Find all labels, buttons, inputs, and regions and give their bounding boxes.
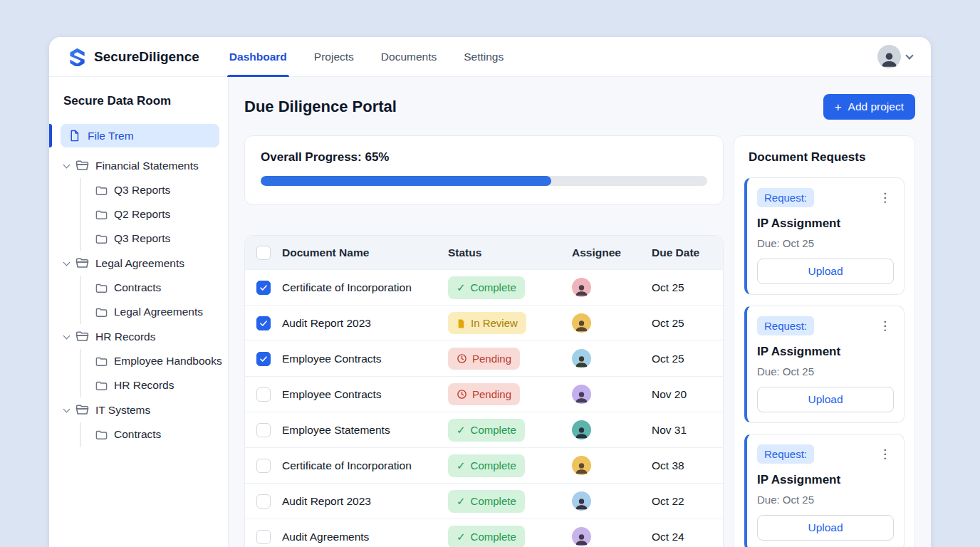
- due-date: Oct 25: [652, 353, 711, 365]
- col-header-assignee: Assignee: [572, 246, 640, 259]
- folder-icon: [95, 380, 108, 392]
- due-date: Oct 22: [652, 495, 711, 508]
- row-checkbox[interactable]: [256, 459, 271, 473]
- progress-fill: [261, 176, 551, 186]
- tree-item[interactable]: Contracts: [81, 422, 228, 447]
- check-icon: [259, 355, 268, 363]
- kebab-menu-icon[interactable]: ⋮: [876, 318, 894, 333]
- check-icon: ✓: [457, 459, 466, 472]
- tree-folder-legal-agreements[interactable]: Legal Agreements: [49, 251, 228, 276]
- folder-icon: [95, 306, 108, 318]
- nav-dashboard[interactable]: Dashboard: [229, 37, 287, 77]
- nav-settings[interactable]: Settings: [464, 37, 504, 77]
- col-header-due-date: Due Date: [652, 246, 711, 259]
- assignee-avatar: [572, 278, 591, 297]
- request-title: IP Assignment: [757, 217, 894, 231]
- request-title: IP Assignment: [757, 345, 894, 359]
- check-icon: ✓: [457, 495, 466, 508]
- table-row: Certificate of Incorporation ✓Complete O…: [245, 447, 723, 483]
- user-menu[interactable]: [877, 45, 912, 68]
- brand: SecureDiligence: [68, 47, 199, 66]
- due-date: Oct 25: [652, 317, 711, 330]
- row-checkbox[interactable]: [256, 281, 271, 295]
- request-card: Request: ⋮ IP Assignment Due: Oct 25 Upl…: [744, 434, 905, 547]
- tree-folder-label: HR Records: [95, 330, 155, 343]
- tree-children: Contracts Legal Agreements: [80, 276, 228, 324]
- check-icon: ✓: [457, 531, 466, 543]
- tree-item[interactable]: Q2 Reports: [81, 202, 228, 226]
- select-all-checkbox[interactable]: [256, 246, 271, 260]
- upload-button[interactable]: Upload: [757, 515, 894, 541]
- tree-folder-it-systems[interactable]: IT Systems: [49, 397, 228, 422]
- request-badge: Request:: [757, 316, 814, 335]
- chevron-down-icon: [63, 405, 71, 412]
- document-name: Certificate of Incorporation: [282, 281, 437, 294]
- page-title: Due Diligence Portal: [244, 98, 397, 116]
- status-badge: ✓Complete: [448, 490, 525, 513]
- document-name: Certificate of Incorporation: [282, 459, 437, 472]
- assignee-avatar: [572, 349, 591, 368]
- clock-icon: [457, 353, 467, 364]
- assignee-avatar: [572, 456, 591, 475]
- request-card: Request: ⋮ IP Assignment Due: Oct 25 Upl…: [744, 177, 905, 295]
- tree-item[interactable]: Q3 Reports: [81, 226, 228, 251]
- check-icon: [259, 319, 268, 328]
- file-tree: Financial Statements Q3 Reports Q2 Repor…: [49, 153, 228, 447]
- table-header-row: Document Name Status Assignee Due Date: [245, 236, 723, 269]
- tree-item[interactable]: HR Records: [81, 373, 228, 397]
- chevron-down-icon: [905, 51, 913, 59]
- document-requests-panel: Document Requests Request: ⋮ IP Assignme…: [734, 135, 915, 547]
- user-avatar[interactable]: [877, 45, 901, 68]
- due-date: Oct 24: [652, 531, 711, 543]
- file-icon: [457, 318, 466, 328]
- row-checkbox[interactable]: [256, 387, 271, 402]
- tree-children: Contracts: [80, 422, 228, 447]
- nav-projects[interactable]: Projects: [314, 37, 354, 77]
- tree-item[interactable]: Legal Agreements: [81, 300, 228, 324]
- document-icon: [68, 130, 80, 142]
- table-row: Employee Contracts Pending Nov 20: [245, 376, 723, 412]
- documents-table: Document Name Status Assignee Due Date C…: [244, 235, 724, 547]
- main-nav: Dashboard Projects Documents Settings: [229, 37, 504, 77]
- tree-item[interactable]: Q3 Reports: [81, 178, 228, 202]
- status-badge: ✓Complete: [448, 276, 525, 299]
- sidebar-title: Secure Data Room: [49, 94, 228, 108]
- tree-item[interactable]: Contracts: [81, 276, 228, 300]
- status-badge: Pending: [448, 383, 520, 405]
- row-checkbox[interactable]: [256, 316, 271, 330]
- folder-icon: [95, 233, 108, 245]
- request-badge: Request:: [757, 188, 814, 207]
- row-checkbox[interactable]: [256, 530, 271, 544]
- document-name: Audit Report 2023: [282, 317, 437, 330]
- chevron-down-icon: [63, 332, 71, 339]
- check-icon: ✓: [457, 281, 466, 294]
- tree-folder-financial-statements[interactable]: Financial Statements: [49, 153, 228, 178]
- row-checkbox[interactable]: [256, 423, 271, 437]
- sidebar-item-label: File Trem: [88, 130, 134, 142]
- folder-icon: [95, 282, 108, 294]
- row-checkbox[interactable]: [256, 352, 271, 366]
- sidebar-item-file-trem[interactable]: File Trem: [61, 124, 219, 147]
- request-badge: Request:: [757, 444, 814, 464]
- status-badge: In Review: [448, 312, 526, 334]
- kebab-menu-icon[interactable]: ⋮: [876, 190, 894, 205]
- document-name: Employee Contracts: [282, 388, 437, 401]
- col-header-status: Status: [448, 246, 561, 259]
- document-name: Employee Statements: [282, 424, 437, 437]
- request-due: Due: Oct 25: [757, 237, 894, 249]
- assignee-avatar: [572, 491, 591, 511]
- row-checkbox[interactable]: [256, 494, 271, 509]
- due-date: Nov 20: [652, 388, 711, 401]
- add-project-button[interactable]: + Add project: [823, 94, 915, 120]
- tree-item[interactable]: Employee Handbooks: [81, 349, 228, 373]
- check-icon: ✓: [457, 424, 466, 437]
- folder-icon: [95, 355, 108, 368]
- document-name: Audit Report 2023: [282, 495, 437, 508]
- tree-folder-hr-records[interactable]: HR Records: [49, 324, 228, 349]
- nav-documents[interactable]: Documents: [381, 37, 437, 77]
- kebab-menu-icon[interactable]: ⋮: [876, 447, 894, 462]
- table-row: Audit Agreements ✓Complete Oct 24: [245, 519, 723, 547]
- upload-button[interactable]: Upload: [757, 387, 894, 412]
- folder-icon: [95, 429, 108, 441]
- upload-button[interactable]: Upload: [757, 259, 894, 284]
